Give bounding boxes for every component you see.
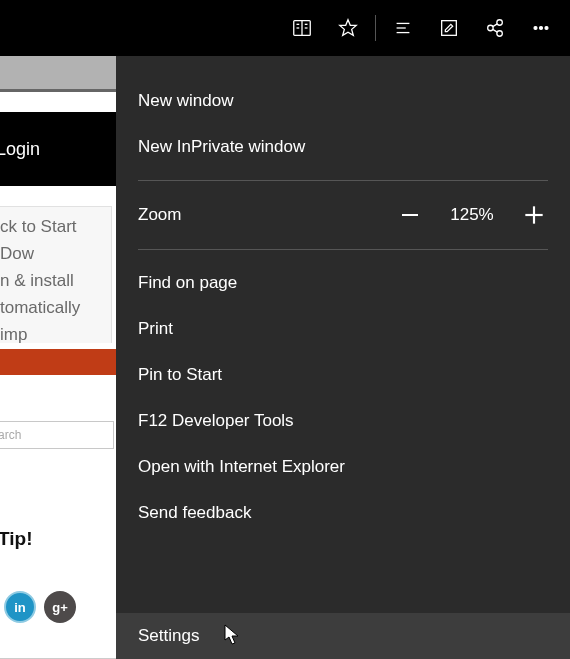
menu-open-ie[interactable]: Open with Internet Explorer [116,444,570,490]
menu-label: New window [138,90,233,112]
zoom-controls: 125% [396,201,548,229]
favorites-icon[interactable] [325,5,371,51]
menu-label: Print [138,318,173,340]
menu-label: F12 Developer Tools [138,410,294,432]
browser-toolbar [0,0,570,56]
menu-feedback[interactable]: Send feedback [116,490,570,536]
snippet-line: tomatically imp [0,294,107,348]
svg-point-18 [545,27,548,30]
menu-separator [138,180,548,181]
menu-label: Open with Internet Explorer [138,456,345,478]
zoom-label: Zoom [138,205,181,225]
login-label: Login [0,139,40,160]
share-icon[interactable] [472,5,518,51]
svg-line-15 [493,29,498,32]
social-row: in g+ [4,591,76,623]
hub-icon[interactable] [380,5,426,51]
svg-rect-10 [442,21,457,36]
menu-label: New InPrivate window [138,136,305,158]
snippet-line: ck to Start Dow [0,213,107,267]
svg-point-17 [540,27,543,30]
menu-separator [138,249,548,250]
menu-pin[interactable]: Pin to Start [116,352,570,398]
toolbar-divider [375,15,376,41]
content-snippet: ck to Start Dow n & install tomatically … [0,206,112,355]
menu-zoom-row: Zoom 125% [116,191,570,239]
more-menu: New window New InPrivate window Zoom 125… [116,56,570,659]
search-placeholder: arch [0,428,21,442]
svg-point-16 [534,27,537,30]
menu-label: Send feedback [138,502,251,524]
webnote-icon[interactable] [426,5,472,51]
svg-point-13 [497,31,503,37]
reading-list-icon[interactable] [279,5,325,51]
more-icon[interactable] [518,5,564,51]
menu-devtools[interactable]: F12 Developer Tools [116,398,570,444]
login-bar[interactable]: Login [0,112,116,186]
svg-line-14 [493,24,498,27]
svg-point-11 [488,25,494,31]
menu-label: Pin to Start [138,364,222,386]
menu-find[interactable]: Find on page [116,260,570,306]
zoom-in-button[interactable] [520,201,548,229]
svg-point-12 [497,20,503,26]
menu-new-window[interactable]: New window [116,78,570,124]
linkedin-icon[interactable]: in [4,591,36,623]
page-header-strip [0,56,116,92]
menu-new-inprivate[interactable]: New InPrivate window [116,124,570,170]
menu-label: Settings [138,625,199,647]
zoom-out-button[interactable] [396,201,424,229]
tip-heading: Tip! [0,528,32,550]
menu-label: Find on page [138,272,237,294]
svg-marker-6 [340,20,357,36]
snippet-line: n & install [0,267,107,294]
zoom-value: 125% [446,205,498,225]
menu-spacer [116,536,570,613]
menu-settings[interactable]: Settings [116,613,570,659]
gplus-icon[interactable]: g+ [44,591,76,623]
search-input[interactable]: arch [0,421,114,449]
menu-print[interactable]: Print [116,306,570,352]
orange-banner [0,343,116,381]
